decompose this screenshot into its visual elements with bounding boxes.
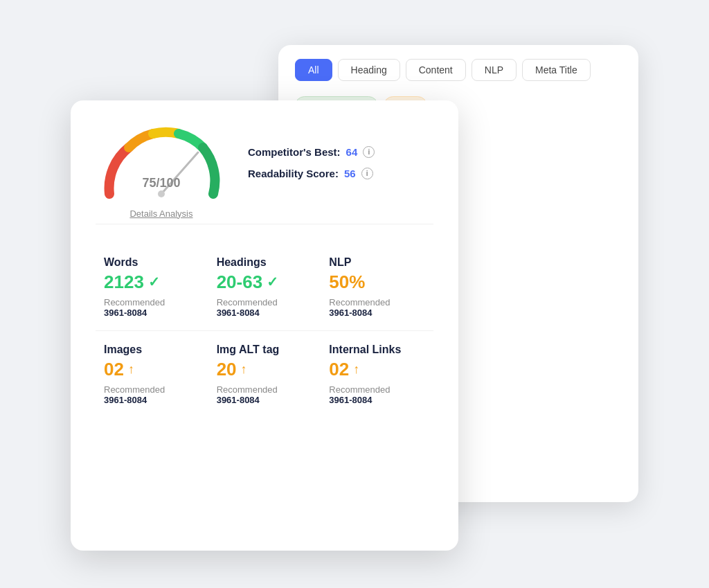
stat-img-alt-rec-label: Recommended bbox=[217, 384, 313, 395]
stat-internal-links-rec-val: 3961-8084 bbox=[329, 395, 425, 405]
tab-heading[interactable]: Heading bbox=[338, 59, 400, 81]
check-icon-headings: ✓ bbox=[267, 274, 278, 290]
readability-label: Readability Score: bbox=[248, 168, 339, 179]
gauge-text: 75/100 bbox=[96, 170, 227, 192]
competitor-best-value: 64 bbox=[346, 146, 358, 158]
stat-img-alt-label: Img ALT tag bbox=[217, 344, 313, 356]
gauge-svg bbox=[96, 121, 227, 204]
stat-headings: Headings 20-63 ✓ Recommended 3961-8084 bbox=[208, 244, 321, 330]
scene: All Heading Content NLP Meta Title write… bbox=[71, 45, 638, 544]
stat-nlp-rec-label: Recommended bbox=[329, 297, 425, 308]
tabs-row: All Heading Content NLP Meta Title bbox=[295, 59, 622, 81]
stats-grid: Words 2123 ✓ Recommended 3961-8084 Headi… bbox=[96, 244, 433, 418]
arrow-up-images: ↑ bbox=[128, 362, 134, 377]
stat-nlp-value: 50% bbox=[329, 271, 425, 293]
tab-all[interactable]: All bbox=[295, 59, 332, 81]
stat-images-label: Images bbox=[104, 344, 200, 356]
stat-headings-rec-val: 3961-8084 bbox=[217, 308, 313, 318]
gauge-container: 75/100 Details Analysis bbox=[96, 121, 227, 204]
stat-headings-label: Headings bbox=[217, 256, 313, 269]
gauge-score-value: 75 bbox=[142, 176, 156, 190]
stat-words-rec-val: 3961-8084 bbox=[104, 308, 200, 318]
arrow-up-internal-links: ↑ bbox=[353, 362, 359, 377]
stat-words-value: 2123 ✓ bbox=[104, 271, 200, 293]
tab-meta-title[interactable]: Meta Title bbox=[522, 59, 591, 81]
analysis-panel: 75/100 Details Analysis Competitor's Bes… bbox=[71, 100, 458, 551]
tab-nlp[interactable]: NLP bbox=[472, 59, 517, 81]
tab-content[interactable]: Content bbox=[406, 59, 466, 81]
stat-nlp-rec-val: 3961-8084 bbox=[329, 308, 425, 318]
stat-images: Images 02 ↑ Recommended 3961-8084 bbox=[96, 330, 208, 418]
stat-words: Words 2123 ✓ Recommended 3961-8084 bbox=[96, 244, 208, 330]
competitor-best-label: Competitor's Best: bbox=[248, 146, 341, 158]
stat-img-alt-value: 20 ↑ bbox=[217, 359, 313, 380]
gauge-max: /100 bbox=[156, 176, 180, 190]
stat-img-alt: Img ALT tag 20 ↑ Recommended 3961-8084 bbox=[208, 330, 321, 418]
stat-internal-links-value: 02 ↑ bbox=[329, 359, 425, 380]
stat-images-rec-label: Recommended bbox=[104, 384, 200, 395]
stat-words-rec-label: Recommended bbox=[104, 297, 200, 308]
gauge-section: 75/100 Details Analysis Competitor's Bes… bbox=[96, 121, 433, 224]
stat-internal-links-label: Internal Links bbox=[329, 344, 425, 356]
readability-value: 56 bbox=[344, 168, 356, 179]
check-icon-words: ✓ bbox=[148, 274, 160, 290]
gauge-info: Competitor's Best: 64 i Readability Scor… bbox=[248, 146, 375, 179]
stat-words-label: Words bbox=[104, 256, 200, 269]
readability-info-icon[interactable]: i bbox=[361, 168, 373, 179]
details-analysis-link[interactable]: Details Analysis bbox=[96, 208, 227, 219]
stat-nlp-label: NLP bbox=[329, 256, 425, 269]
competitor-info-icon[interactable]: i bbox=[363, 146, 375, 158]
stat-headings-value: 20-63 ✓ bbox=[217, 271, 313, 293]
stat-headings-rec-label: Recommended bbox=[217, 297, 313, 308]
stat-internal-links: Internal Links 02 ↑ Recommended 3961-808… bbox=[321, 330, 433, 418]
stat-nlp: NLP 50% Recommended 3961-8084 bbox=[321, 244, 433, 330]
competitor-best-row: Competitor's Best: 64 i bbox=[248, 146, 375, 158]
readability-row: Readability Score: 56 i bbox=[248, 168, 375, 179]
arrow-up-img-alt: ↑ bbox=[241, 362, 247, 377]
gauge-score: 75/100 bbox=[142, 170, 180, 191]
stat-images-value: 02 ↑ bbox=[104, 359, 200, 380]
stat-images-rec-val: 3961-8084 bbox=[104, 395, 200, 405]
stat-img-alt-rec-val: 3961-8084 bbox=[217, 395, 313, 405]
stat-internal-links-rec-label: Recommended bbox=[329, 384, 425, 395]
